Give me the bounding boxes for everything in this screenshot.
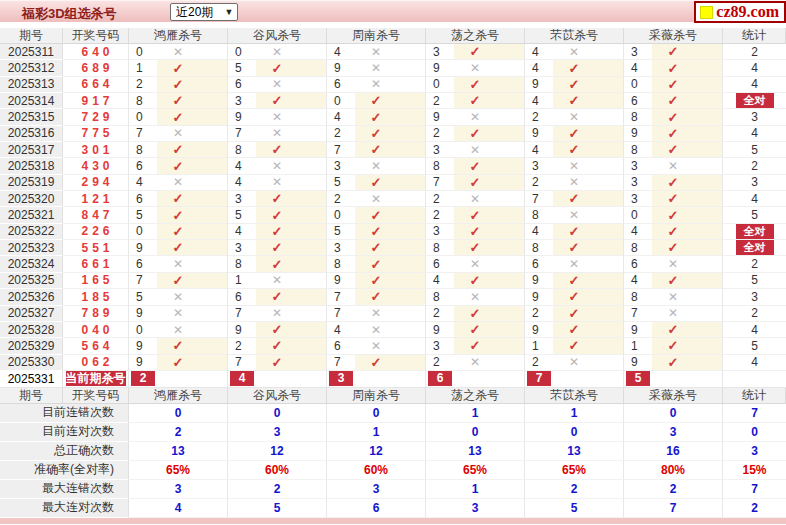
check-icon: ✓ <box>426 77 524 92</box>
check-icon: ✓ <box>228 208 326 223</box>
kill-cell: 8✕ <box>426 289 525 305</box>
stat-cell: 4 <box>723 60 786 76</box>
kill-cell: 9✕ <box>426 60 525 76</box>
kill-cell: 6✓ <box>129 158 228 174</box>
check-icon: ✓ <box>327 142 425 157</box>
table-row: 20253157290✓9✕4✓9✕2✕8✓3 <box>0 109 786 125</box>
table-row: 20253149178✓3✓0✓2✓4✓6✓全对 <box>0 93 786 109</box>
column-header-1: 期号 <box>0 28 63 44</box>
kill-cell: 7✓ <box>426 175 525 191</box>
kill-cell: 8✓ <box>525 240 624 256</box>
kill-number: 8 <box>532 241 539 255</box>
check-icon: ✓ <box>624 126 722 141</box>
check-icon: ✓ <box>525 322 623 337</box>
kill-cell: 3✓ <box>228 240 327 256</box>
summary-value: 1 <box>327 423 426 442</box>
summary-label: 目前连对次数 <box>0 423 129 442</box>
kill-cell: 6✓ <box>129 191 228 207</box>
kill-number: 7 <box>136 126 143 140</box>
kill-number: 3 <box>433 143 440 157</box>
kill-cell: 3✕ <box>426 142 525 158</box>
check-icon: ✓ <box>624 355 722 370</box>
kill-cell: 3✓ <box>624 191 723 207</box>
summary-value: 3 <box>624 423 723 442</box>
table-header-row: 期号开奖号码鸿雁杀号谷风杀号周南杀号荡之杀号芣苡杀号采薇杀号统计 <box>0 28 786 44</box>
cross-icon: ✕ <box>129 126 227 140</box>
check-icon: ✓ <box>525 224 623 239</box>
table-row: 20253222260✓4✓5✓3✓4✓4✓全对 <box>0 224 786 240</box>
summary-label: 最大连对次数 <box>0 499 129 518</box>
kill-cell: 9✓ <box>525 126 624 142</box>
period-range-value: 近20期 <box>171 4 221 21</box>
summary-value: 65% <box>525 461 624 480</box>
kill-cell: 5✕ <box>129 289 228 305</box>
column-header-2: 开奖号码 <box>63 28 129 44</box>
cross-icon: ✕ <box>228 110 326 124</box>
summary-value: 13 <box>426 442 525 461</box>
period-cell: 2025331 <box>0 371 63 388</box>
kill-cell: 8✕ <box>525 207 624 223</box>
check-icon: ✓ <box>228 191 326 206</box>
stat-cell: 5 <box>723 338 786 354</box>
kill-number: 7 <box>235 126 242 140</box>
winning-number-cell: 226 <box>63 224 129 240</box>
kill-cell: 9✓ <box>624 126 723 142</box>
kill-cell: 5✓ <box>327 224 426 240</box>
check-icon: ✓ <box>624 61 722 76</box>
check-icon: ✓ <box>327 355 425 370</box>
stat-cell: 5 <box>723 207 786 223</box>
kill-cell: 3✓ <box>228 191 327 207</box>
kill-number: 9 <box>334 61 341 75</box>
period-cell: 2025317 <box>0 142 63 158</box>
summary-value: 0 <box>228 404 327 423</box>
kill-number: 2 <box>532 175 539 189</box>
kill-cell: 7✓ <box>327 355 426 371</box>
stat-cell: 2 <box>723 44 786 60</box>
check-icon: ✓ <box>327 224 425 239</box>
summary-value: 0 <box>723 423 786 442</box>
kill-number: 9 <box>433 323 440 337</box>
kill-number: 2 <box>136 77 143 91</box>
kill-cell: 2✓ <box>525 306 624 322</box>
kill-cell: 8✓ <box>228 142 327 158</box>
check-icon: ✓ <box>129 224 227 239</box>
summary-value: 2 <box>624 480 723 499</box>
kill-number: 4 <box>532 224 539 238</box>
cross-icon: ✕ <box>327 339 425 353</box>
check-icon: ✓ <box>525 126 623 141</box>
kill-cell: 5✓ <box>129 207 228 223</box>
table-row: 20253280400✕9✓4✕9✓9✓9✓4 <box>0 322 786 338</box>
kill-cell: 9✓ <box>426 322 525 338</box>
check-icon: ✓ <box>228 142 326 157</box>
kill-number: 3 <box>433 224 440 238</box>
cross-icon: ✕ <box>426 257 524 271</box>
kill-number: 7 <box>532 192 539 206</box>
kill-number: 7 <box>235 355 242 369</box>
period-cell: 2025329 <box>0 338 63 354</box>
kill-number: 4 <box>631 224 638 238</box>
site-logo[interactable]: cz89.com <box>694 1 786 23</box>
column-header-3: 鸿雁杀号 <box>129 28 228 44</box>
kill-number: 0 <box>433 77 440 91</box>
kill-cell: 8✓ <box>426 240 525 256</box>
kill-number: 4 <box>235 175 242 189</box>
summary-value: 2 <box>129 423 228 442</box>
current-label-cell: 当前期杀号 <box>63 371 129 388</box>
check-icon: ✓ <box>327 257 425 272</box>
kill-number: 0 <box>334 208 341 222</box>
table-row: 20253167757✕7✕2✓2✓9✓9✓4 <box>0 126 786 142</box>
kill-number: 9 <box>532 273 539 287</box>
period-range-select[interactable]: 近20期 ▼ <box>170 3 238 21</box>
period-cell: 2025311 <box>0 44 63 60</box>
kill-number: 5 <box>136 290 143 304</box>
kill-cell: 9✓ <box>129 338 228 354</box>
kill-cell: 4✕ <box>525 44 624 60</box>
kill-number: 9 <box>334 273 341 287</box>
check-icon: ✓ <box>624 77 722 92</box>
check-icon: ✓ <box>129 142 227 157</box>
kill-number: 4 <box>334 323 341 337</box>
summary-value: 6 <box>327 499 426 518</box>
kill-cell: 6✕ <box>129 256 228 272</box>
current-kill-number-badge: 7 <box>527 371 551 386</box>
check-icon: ✓ <box>624 142 722 157</box>
